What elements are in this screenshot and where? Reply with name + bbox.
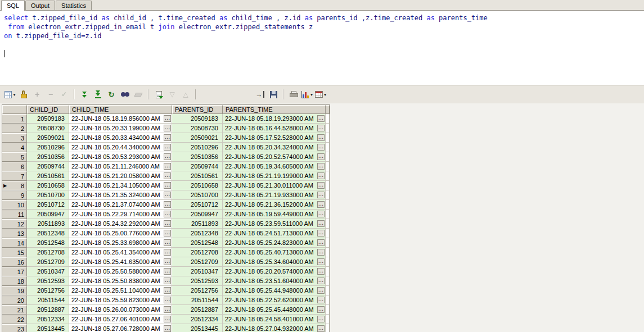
cell-parents-id[interactable]: 20512548	[172, 238, 223, 248]
row-number-cell[interactable]: 6	[2, 162, 27, 171]
cell-expand-button[interactable]: …	[317, 316, 325, 322]
row-number-cell[interactable]: 14	[2, 238, 27, 248]
cell-expand-button[interactable]: …	[164, 278, 171, 284]
cell-parents-id[interactable]: 20510561	[172, 171, 223, 181]
cell-parents-id[interactable]: 20510356	[172, 152, 223, 162]
cell-parents-time[interactable]: 22-JUN-18 05.25.44.948000 AM …	[223, 286, 326, 295]
cell-child-time[interactable]: 22-JUN-18 05.20.53.293000 AM …	[69, 152, 172, 162]
single-record-view-button[interactable]: →	[253, 88, 267, 101]
cell-parents-time[interactable]: 22-JUN-18 05.25.40.713000 AM …	[223, 248, 326, 257]
column-header-child-time[interactable]: CHILD_TIME	[69, 105, 172, 114]
tab-statistics[interactable]: Statistics	[56, 1, 92, 10]
cell-child-time[interactable]: 22-JUN-18 05.25.41.354000 AM …	[69, 248, 172, 257]
cell-child-time[interactable]: 22-JUN-18 05.25.00.776000 AM …	[69, 229, 172, 238]
cell-parents-id[interactable]: 20512708	[172, 248, 223, 257]
cell-parents-time[interactable]: 22-JUN-18 05.21.19.933000 AM …	[223, 190, 326, 200]
cell-child-id[interactable]: 20512756	[27, 286, 69, 295]
cell-parents-time[interactable]: 22-JUN-18 05.24.51.713000 AM …	[223, 229, 326, 238]
cell-child-time[interactable]: 22-JUN-18 05.25.50.838000 AM …	[69, 276, 172, 286]
cell-child-time[interactable]: 22-JUN-18 05.20.33.199000 AM …	[69, 124, 172, 133]
save-results-button[interactable]	[267, 88, 280, 101]
cell-expand-button[interactable]: …	[164, 115, 171, 122]
cell-expand-button[interactable]: …	[164, 258, 171, 265]
cell-parents-time[interactable]: 22-JUN-18 05.21.30.011000 AM …	[223, 181, 326, 190]
row-number-cell[interactable]: 22	[2, 315, 27, 324]
result-grid-options-button[interactable]: ▾	[3, 88, 17, 101]
cell-parents-id[interactable]: 20509021	[172, 133, 223, 143]
cell-parents-id[interactable]: 20513445	[172, 324, 223, 332]
cell-expand-button[interactable]: …	[164, 306, 171, 313]
cell-parents-id[interactable]: 20508730	[172, 124, 223, 133]
cell-child-id[interactable]: 20510712	[27, 200, 69, 210]
dropdown-arrow-icon[interactable]: ▾	[310, 92, 313, 97]
cell-child-time[interactable]: 22-JUN-18 05.21.20.058000 AM …	[69, 171, 172, 181]
cell-parents-time[interactable]: 22-JUN-18 05.20.52.574000 AM …	[223, 152, 326, 162]
cell-expand-button[interactable]: …	[317, 306, 325, 313]
cell-expand-button[interactable]: …	[317, 144, 325, 151]
cell-expand-button[interactable]: …	[164, 287, 171, 294]
cell-expand-button[interactable]: …	[317, 192, 325, 198]
cell-child-id[interactable]: 20512593	[27, 276, 69, 286]
cell-expand-button[interactable]: …	[317, 258, 325, 265]
cell-parents-id[interactable]: 20512348	[172, 229, 223, 238]
cell-expand-button[interactable]: …	[317, 278, 325, 284]
cell-parents-id[interactable]: 20512756	[172, 286, 223, 295]
tab-sql[interactable]: SQL	[1, 0, 25, 11]
cell-parents-time[interactable]: 22-JUN-18 05.20.34.324000 AM …	[223, 143, 326, 152]
row-number-cell[interactable]: 19	[2, 286, 27, 295]
cell-child-id[interactable]: 20512709	[27, 257, 69, 267]
cell-parents-time[interactable]: 22-JUN-18 05.27.04.932000 AM …	[223, 324, 326, 332]
cell-parents-id[interactable]: 20512334	[172, 315, 223, 324]
cell-child-time[interactable]: 22-JUN-18 05.25.59.823000 AM …	[69, 295, 172, 305]
cell-parents-id[interactable]: 20512887	[172, 305, 223, 315]
row-number-cell[interactable]: 15	[2, 248, 27, 257]
column-header-parents-id[interactable]: PARENTS_ID	[172, 105, 223, 114]
cell-parents-time[interactable]: 22-JUN-18 05.21.19.199000 AM …	[223, 171, 326, 181]
cell-child-id[interactable]: 20509744	[27, 162, 69, 171]
cell-parents-time[interactable]: 22-JUN-18 05.23.51.604000 AM …	[223, 276, 326, 286]
cell-expand-button[interactable]: …	[164, 134, 171, 141]
cell-child-id[interactable]: 20511544	[27, 295, 69, 305]
cell-expand-button[interactable]: …	[164, 297, 171, 303]
cell-expand-button[interactable]: …	[164, 172, 171, 179]
cell-child-id[interactable]: 20508730	[27, 124, 69, 133]
cell-expand-button[interactable]: …	[317, 163, 325, 170]
cell-expand-button[interactable]: …	[164, 239, 171, 246]
cell-child-time[interactable]: 22-JUN-18 05.27.06.728000 AM …	[69, 324, 172, 332]
cell-expand-button[interactable]: …	[317, 125, 325, 131]
cell-expand-button[interactable]: …	[317, 297, 325, 303]
row-number-cell[interactable]: 7	[2, 171, 27, 181]
lock-record-button[interactable]	[17, 88, 30, 101]
cell-expand-button[interactable]: …	[164, 220, 171, 227]
cell-expand-button[interactable]: …	[317, 134, 325, 141]
cell-child-id[interactable]: 20510347	[27, 267, 69, 276]
cell-parents-time[interactable]: 22-JUN-18 05.20.20.574000 AM …	[223, 267, 326, 276]
row-number-cell[interactable]: 8	[2, 181, 27, 190]
cell-expand-button[interactable]: …	[317, 153, 325, 160]
cell-parents-id[interactable]: 20511893	[172, 219, 223, 229]
cell-parents-id[interactable]: 20510700	[172, 190, 223, 200]
cell-parents-time[interactable]: 22-JUN-18 05.21.36.152000 AM …	[223, 200, 326, 210]
cell-expand-button[interactable]: …	[164, 192, 171, 198]
row-number-cell[interactable]: 12	[2, 219, 27, 229]
cell-child-time[interactable]: 22-JUN-18 05.24.32.292000 AM …	[69, 219, 172, 229]
cell-expand-button[interactable]: …	[317, 287, 325, 294]
cell-expand-button[interactable]: …	[164, 125, 171, 131]
cell-expand-button[interactable]: …	[317, 325, 325, 332]
cell-child-time[interactable]: 22-JUN-18 05.18.19.856000 AM …	[69, 114, 172, 124]
cell-child-time[interactable]: 22-JUN-18 05.25.51.104000 AM …	[69, 286, 172, 295]
cell-expand-button[interactable]: …	[317, 239, 325, 246]
export-grid-button[interactable]: ▾	[314, 88, 327, 101]
row-number-cell[interactable]: 20	[2, 295, 27, 305]
cell-child-id[interactable]: 20513445	[27, 324, 69, 332]
row-number-cell[interactable]: 18	[2, 276, 27, 286]
row-number-cell[interactable]: 1	[2, 114, 27, 124]
print-button[interactable]	[287, 88, 300, 101]
cell-parents-time[interactable]: 22-JUN-18 05.25.24.823000 AM …	[223, 238, 326, 248]
chart-button[interactable]: ▾	[300, 88, 314, 101]
fetch-next-page-button[interactable]	[78, 88, 91, 101]
cell-child-id[interactable]: 20511893	[27, 219, 69, 229]
column-header-child-id[interactable]: CHILD_ID	[27, 105, 69, 114]
cell-parents-id[interactable]: 20510296	[172, 143, 223, 152]
cell-child-time[interactable]: 22-JUN-18 05.20.44.340000 AM …	[69, 143, 172, 152]
